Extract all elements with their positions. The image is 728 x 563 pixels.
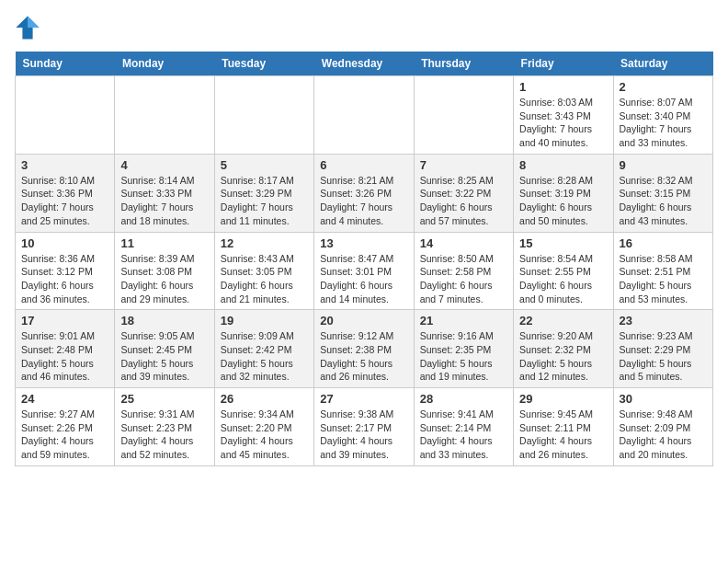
calendar-cell: 16Sunrise: 8:58 AM Sunset: 2:51 PM Dayli… xyxy=(613,232,712,310)
calendar-cell xyxy=(414,76,513,155)
calendar-cell: 21Sunrise: 9:16 AM Sunset: 2:35 PM Dayli… xyxy=(414,310,513,388)
day-number: 21 xyxy=(420,314,507,327)
day-info: Sunrise: 9:20 AM Sunset: 2:32 PM Dayligh… xyxy=(519,329,607,384)
day-number: 9 xyxy=(620,158,707,172)
day-info: Sunrise: 8:39 AM Sunset: 3:08 PM Dayligh… xyxy=(120,252,208,306)
day-info: Sunrise: 9:34 AM Sunset: 2:20 PM Dayligh… xyxy=(221,408,308,462)
day-info: Sunrise: 8:25 AM Sunset: 3:22 PM Dayligh… xyxy=(420,174,507,228)
day-number: 18 xyxy=(120,314,208,327)
header-monday: Monday xyxy=(115,52,214,76)
calendar-cell: 14Sunrise: 8:50 AM Sunset: 2:58 PM Dayli… xyxy=(414,232,513,310)
day-info: Sunrise: 8:21 AM Sunset: 3:26 PM Dayligh… xyxy=(320,174,407,228)
calendar-cell: 24Sunrise: 9:27 AM Sunset: 2:26 PM Dayli… xyxy=(16,388,115,466)
day-info: Sunrise: 8:54 AM Sunset: 2:55 PM Dayligh… xyxy=(519,252,607,306)
header-wednesday: Wednesday xyxy=(314,52,414,76)
day-info: Sunrise: 9:12 AM Sunset: 2:38 PM Dayligh… xyxy=(320,329,407,384)
calendar-week-4: 24Sunrise: 9:27 AM Sunset: 2:26 PM Dayli… xyxy=(16,388,713,466)
calendar-header-row: SundayMondayTuesdayWednesdayThursdayFrid… xyxy=(16,52,713,76)
logo xyxy=(15,15,44,40)
calendar-week-2: 10Sunrise: 8:36 AM Sunset: 3:12 PM Dayli… xyxy=(16,232,713,310)
day-number: 13 xyxy=(320,236,407,250)
day-number: 3 xyxy=(21,158,108,172)
day-number: 24 xyxy=(21,392,108,406)
day-info: Sunrise: 8:28 AM Sunset: 3:19 PM Dayligh… xyxy=(519,174,607,228)
day-number: 30 xyxy=(620,392,707,406)
header-thursday: Thursday xyxy=(414,52,513,76)
calendar-cell: 27Sunrise: 9:38 AM Sunset: 2:17 PM Dayli… xyxy=(314,388,414,466)
header-tuesday: Tuesday xyxy=(214,52,313,76)
calendar-cell xyxy=(115,76,214,155)
day-info: Sunrise: 8:32 AM Sunset: 3:15 PM Dayligh… xyxy=(620,174,707,228)
svg-marker-1 xyxy=(28,16,40,28)
day-info: Sunrise: 9:38 AM Sunset: 2:17 PM Dayligh… xyxy=(320,408,407,462)
header-saturday: Saturday xyxy=(613,52,712,76)
day-number: 6 xyxy=(320,158,407,172)
day-number: 25 xyxy=(120,392,208,406)
calendar-cell: 11Sunrise: 8:39 AM Sunset: 3:08 PM Dayli… xyxy=(115,232,214,310)
calendar-cell: 17Sunrise: 9:01 AM Sunset: 2:48 PM Dayli… xyxy=(16,310,115,388)
day-number: 19 xyxy=(221,314,308,327)
day-number: 20 xyxy=(320,314,407,327)
calendar-week-3: 17Sunrise: 9:01 AM Sunset: 2:48 PM Dayli… xyxy=(16,310,713,388)
day-number: 1 xyxy=(519,80,607,94)
day-info: Sunrise: 8:58 AM Sunset: 2:51 PM Dayligh… xyxy=(620,252,707,306)
day-info: Sunrise: 9:16 AM Sunset: 2:35 PM Dayligh… xyxy=(420,329,507,384)
calendar-cell: 18Sunrise: 9:05 AM Sunset: 2:45 PM Dayli… xyxy=(115,310,214,388)
calendar-cell: 8Sunrise: 8:28 AM Sunset: 3:19 PM Daylig… xyxy=(514,154,613,232)
day-info: Sunrise: 9:45 AM Sunset: 2:11 PM Dayligh… xyxy=(519,408,607,462)
day-info: Sunrise: 9:05 AM Sunset: 2:45 PM Dayligh… xyxy=(120,329,208,384)
calendar-cell: 5Sunrise: 8:17 AM Sunset: 3:29 PM Daylig… xyxy=(214,154,313,232)
calendar-table: SundayMondayTuesdayWednesdayThursdayFrid… xyxy=(15,52,713,466)
day-info: Sunrise: 8:47 AM Sunset: 3:01 PM Dayligh… xyxy=(320,252,407,306)
calendar-cell: 3Sunrise: 8:10 AM Sunset: 3:36 PM Daylig… xyxy=(16,154,115,232)
day-number: 28 xyxy=(420,392,507,406)
calendar-cell: 15Sunrise: 8:54 AM Sunset: 2:55 PM Dayli… xyxy=(514,232,613,310)
day-number: 10 xyxy=(21,236,108,250)
calendar-cell xyxy=(214,76,313,155)
day-number: 5 xyxy=(221,158,308,172)
calendar-cell: 4Sunrise: 8:14 AM Sunset: 3:33 PM Daylig… xyxy=(115,154,214,232)
calendar-cell: 13Sunrise: 8:47 AM Sunset: 3:01 PM Dayli… xyxy=(314,232,414,310)
day-number: 11 xyxy=(120,236,208,250)
calendar-cell xyxy=(16,76,115,155)
day-info: Sunrise: 9:27 AM Sunset: 2:26 PM Dayligh… xyxy=(21,408,108,462)
day-info: Sunrise: 9:41 AM Sunset: 2:14 PM Dayligh… xyxy=(420,408,507,462)
day-info: Sunrise: 9:01 AM Sunset: 2:48 PM Dayligh… xyxy=(21,329,108,384)
calendar-cell: 9Sunrise: 8:32 AM Sunset: 3:15 PM Daylig… xyxy=(613,154,712,232)
calendar-week-1: 3Sunrise: 8:10 AM Sunset: 3:36 PM Daylig… xyxy=(16,154,713,232)
logo-icon xyxy=(15,15,40,40)
day-info: Sunrise: 8:10 AM Sunset: 3:36 PM Dayligh… xyxy=(21,174,108,228)
day-number: 2 xyxy=(620,80,707,94)
calendar-cell: 6Sunrise: 8:21 AM Sunset: 3:26 PM Daylig… xyxy=(314,154,414,232)
day-number: 27 xyxy=(320,392,407,406)
day-number: 17 xyxy=(21,314,108,327)
day-info: Sunrise: 9:31 AM Sunset: 2:23 PM Dayligh… xyxy=(120,408,208,462)
calendar-cell: 10Sunrise: 8:36 AM Sunset: 3:12 PM Dayli… xyxy=(16,232,115,310)
day-number: 14 xyxy=(420,236,507,250)
calendar-cell: 1Sunrise: 8:03 AM Sunset: 3:43 PM Daylig… xyxy=(514,76,613,155)
day-info: Sunrise: 8:03 AM Sunset: 3:43 PM Dayligh… xyxy=(519,96,607,150)
day-number: 22 xyxy=(519,314,607,327)
header-friday: Friday xyxy=(514,52,613,76)
day-info: Sunrise: 9:09 AM Sunset: 2:42 PM Dayligh… xyxy=(221,329,308,384)
day-info: Sunrise: 9:23 AM Sunset: 2:29 PM Dayligh… xyxy=(620,329,707,384)
day-number: 23 xyxy=(620,314,707,327)
calendar-cell: 20Sunrise: 9:12 AM Sunset: 2:38 PM Dayli… xyxy=(314,310,414,388)
day-number: 26 xyxy=(221,392,308,406)
day-info: Sunrise: 8:17 AM Sunset: 3:29 PM Dayligh… xyxy=(221,174,308,228)
calendar-cell: 22Sunrise: 9:20 AM Sunset: 2:32 PM Dayli… xyxy=(514,310,613,388)
calendar-cell xyxy=(314,76,414,155)
calendar-cell: 25Sunrise: 9:31 AM Sunset: 2:23 PM Dayli… xyxy=(115,388,214,466)
day-number: 29 xyxy=(519,392,607,406)
day-info: Sunrise: 8:43 AM Sunset: 3:05 PM Dayligh… xyxy=(221,252,308,306)
calendar-cell: 26Sunrise: 9:34 AM Sunset: 2:20 PM Dayli… xyxy=(214,388,313,466)
calendar-week-0: 1Sunrise: 8:03 AM Sunset: 3:43 PM Daylig… xyxy=(16,76,713,155)
day-number: 7 xyxy=(420,158,507,172)
day-info: Sunrise: 8:50 AM Sunset: 2:58 PM Dayligh… xyxy=(420,252,507,306)
header xyxy=(15,15,713,40)
day-info: Sunrise: 9:48 AM Sunset: 2:09 PM Dayligh… xyxy=(620,408,707,462)
day-number: 4 xyxy=(120,158,208,172)
day-number: 15 xyxy=(519,236,607,250)
calendar-cell: 19Sunrise: 9:09 AM Sunset: 2:42 PM Dayli… xyxy=(214,310,313,388)
calendar-cell: 7Sunrise: 8:25 AM Sunset: 3:22 PM Daylig… xyxy=(414,154,513,232)
